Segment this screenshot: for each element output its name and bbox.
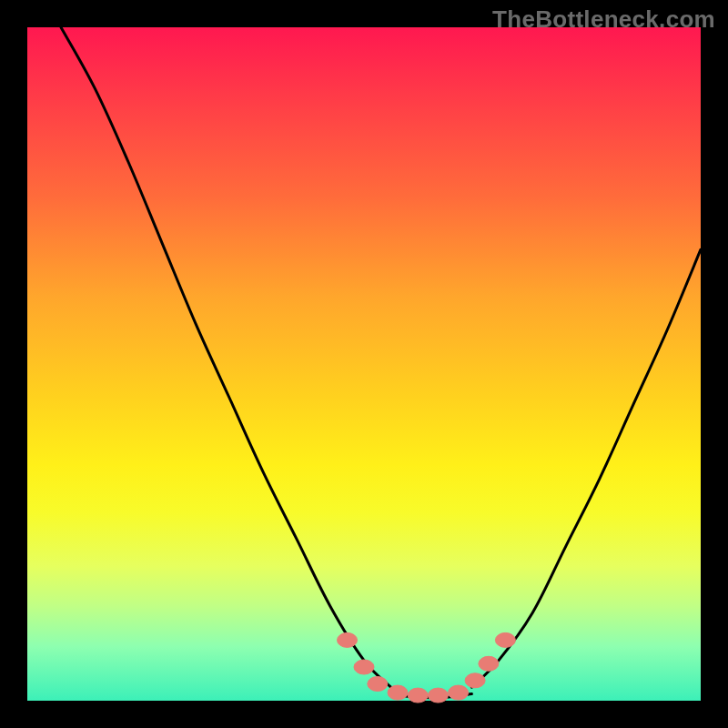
marker-point: [428, 688, 448, 703]
marker-point: [338, 632, 358, 647]
marker-point: [408, 688, 428, 703]
series-right-curve: [471, 249, 701, 687]
marker-point: [479, 656, 499, 671]
marker-point: [465, 673, 485, 688]
series-left-curve: [61, 27, 391, 687]
plot-area: [27, 27, 701, 701]
series-group: [61, 27, 701, 698]
marker-point: [449, 685, 469, 700]
marker-point: [368, 677, 388, 692]
marker-point: [495, 632, 515, 647]
chart-svg: [27, 27, 701, 701]
marker-group: [338, 632, 516, 703]
outer-frame: TheBottleneck.com: [0, 0, 728, 728]
marker-point: [354, 660, 374, 674]
marker-point: [388, 685, 408, 700]
